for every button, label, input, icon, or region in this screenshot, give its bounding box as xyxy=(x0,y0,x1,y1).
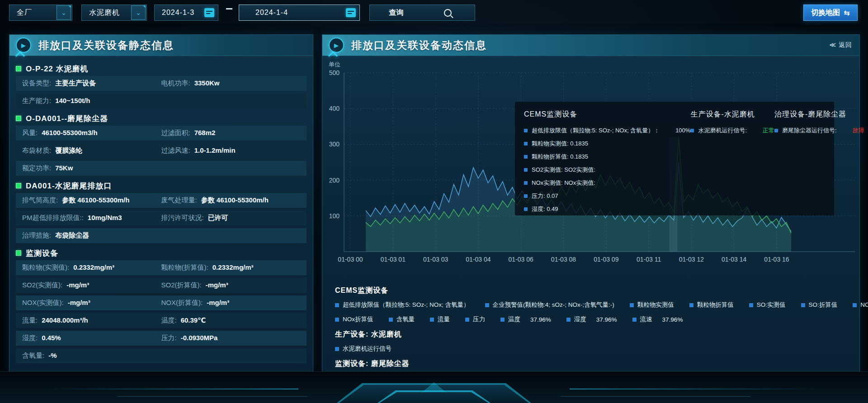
legend-item[interactable]: 流速37.96% xyxy=(632,315,683,323)
legend-item[interactable]: 颗粒物折算值 xyxy=(689,301,734,309)
legend-item-label: NOx折算值 xyxy=(343,315,373,323)
x-axis-tick-label: 01-03 12 xyxy=(679,256,704,263)
info-value: 10mg/Nm3 xyxy=(88,214,122,221)
legend-item-label: NOx实测值 xyxy=(860,301,868,309)
chevron-down-icon[interactable]: ⌄ xyxy=(57,5,71,20)
legend-square-icon xyxy=(774,129,778,132)
calendar-icon[interactable] xyxy=(204,8,214,17)
info-cell: 过滤风速:1.0-1.2m/min xyxy=(161,146,301,155)
tooltip-item: 颗粒物折算值: 0.1835 xyxy=(524,153,690,161)
legend-square-icon xyxy=(485,303,489,307)
tooltip-production-item: 水泥磨机运行信号: 正常 xyxy=(690,127,774,135)
decor-line xyxy=(118,396,307,397)
section-header: 监测设备 xyxy=(16,246,307,260)
plant-select[interactable]: 全厂 ⌄ xyxy=(9,5,72,21)
back-button[interactable]: ≪ 返回 xyxy=(829,41,852,49)
legend-item-value: 37.96% xyxy=(662,316,683,323)
legend-square-icon xyxy=(524,207,528,211)
legend-item[interactable]: 压力 xyxy=(465,315,485,323)
legend-item[interactable]: 超低排放限值（颗拉物:5: SOz-; NOx; 含氧量） xyxy=(335,301,470,309)
info-cell: 颗粒物(实测值):0.2332mg/m³ xyxy=(22,263,161,272)
decor-line xyxy=(561,396,750,397)
tooltip-item: 压力: 0.07 xyxy=(524,192,690,200)
info-value: -0.0930MPa xyxy=(181,334,218,342)
info-value: 1.0-1.2m/min xyxy=(194,146,236,154)
legend-item[interactable]: 温度37.96% xyxy=(500,315,551,323)
legend-item-value: 37.96% xyxy=(596,316,617,323)
date-from-value: 2024-1-3 xyxy=(155,9,194,17)
decor-line xyxy=(570,389,823,389)
date-from-input[interactable]: 2024-1-3 xyxy=(154,5,218,21)
info-row: 风量:46100-55300m3/h过滤面积:768m2 xyxy=(16,126,307,141)
info-label: PM超低排排放限值:: xyxy=(22,214,84,222)
swap-arrows-icon: ⇆ xyxy=(844,9,849,17)
y-axis-tick-label: 100 xyxy=(329,212,340,220)
date-to-input[interactable]: 2024-1-4 xyxy=(239,5,360,21)
tooltip-item-value: 100% xyxy=(675,127,690,134)
info-cell: 生产能力:140~150t/h xyxy=(22,97,161,105)
x-axis-tick-label: 01-03 01 xyxy=(381,256,406,263)
decor-line xyxy=(45,389,298,389)
info-value: 布袋除尘器 xyxy=(55,231,89,240)
info-value: -% xyxy=(48,351,57,359)
legend-item[interactable]: SO:折算值 xyxy=(801,301,838,309)
query-button[interactable]: 查询 xyxy=(369,5,475,21)
plant-select-value: 全厂 xyxy=(9,8,32,18)
signal-item-label: 水泥磨机运行信号 xyxy=(343,345,392,353)
legend-item-label: SO:实测值 xyxy=(757,301,786,309)
info-value: 参数 46100-55300m/h xyxy=(62,196,129,205)
treatment-signal-label: 磨尾除尘器运行信号: xyxy=(782,127,837,135)
info-value: 60.39℃ xyxy=(181,316,206,324)
x-axis-tick-label: 01-03 04 xyxy=(466,256,491,263)
x-axis-tick-label: 01-03 14 xyxy=(722,256,746,263)
section-header-label: DA001-水泥磨尾排放口 xyxy=(26,181,112,191)
info-row: PM超低排排放限值::10mg/Nm3排污许可状况:已许可 xyxy=(16,211,307,225)
info-label: 生产能力: xyxy=(22,97,51,105)
tooltip-item-text: 颗粒物实测值: 0.1835 xyxy=(532,140,588,148)
legend-item[interactable]: 流量 xyxy=(430,315,450,323)
info-label: 颗粒物(折算值): xyxy=(161,263,208,272)
switch-map-label: 切换地图 xyxy=(811,8,840,18)
info-label: 布袋材质: xyxy=(22,146,51,155)
legend-item[interactable]: SO:实测值 xyxy=(749,301,786,309)
info-cell: 治理措施:布袋除尘器 xyxy=(22,231,161,240)
info-value: 0.2332mg/m³ xyxy=(212,263,254,271)
info-value: 覆膜涤纶 xyxy=(55,146,82,155)
legend-item[interactable]: NOx实测值 xyxy=(853,301,868,309)
static-info-list: O-P-22 水泥磨机设备类型:主要生产设备电机功率:3350Kw生产能力:14… xyxy=(9,56,313,363)
legend-item[interactable]: 颗粒物实测值 xyxy=(630,301,674,309)
info-label: 额定功率: xyxy=(22,164,51,173)
info-row: 治理措施:布袋除尘器 xyxy=(16,228,307,243)
info-label: 含氧量: xyxy=(22,351,44,360)
x-axis-tick-label: 01-03 08 xyxy=(551,256,576,263)
tooltip-item-text: 颗粒物折算值: 0.1835 xyxy=(532,153,588,161)
calendar-icon[interactable] xyxy=(346,8,356,17)
legend-item-label: 企业预警值(颗粒物:4; sOz-; NOx-;含氧气量:-) xyxy=(493,301,614,309)
legend-item-value: 37.96% xyxy=(530,316,551,323)
info-cell: 含氧量:-% xyxy=(22,351,161,360)
legend-square-icon xyxy=(853,303,857,307)
chevron-down-icon[interactable]: ⌄ xyxy=(131,5,146,20)
legend-item[interactable]: NOx折算值 xyxy=(335,315,373,323)
section-header: O-DA001--磨尾除尘器 xyxy=(16,111,307,126)
switch-map-button[interactable]: 切换地图 ⇆ xyxy=(803,5,858,21)
legend-item[interactable]: 含氧量 xyxy=(389,315,415,323)
emissions-line-chart[interactable]: 单位10020030040050001-03 0001-03 0101-03 0… xyxy=(322,56,860,372)
x-axis-tick-label: 01-03 11 xyxy=(637,256,661,263)
tooltip-item-text: 压力: 0.07 xyxy=(532,192,558,200)
legend-square-icon xyxy=(524,129,528,132)
tooltip-item: 湿度: 0.49 xyxy=(524,205,690,213)
info-cell: 颗粒物(折算值):0.2332mg/m³ xyxy=(161,263,301,272)
info-value: 768m2 xyxy=(194,129,216,136)
info-label: 颗粒物(实测值): xyxy=(22,263,69,272)
legend-square-icon xyxy=(749,303,753,307)
legend-item[interactable]: 企业预警值(颗粒物:4; sOz-; NOx-;含氧气量:-) xyxy=(485,301,614,309)
tooltip-item-text: SO2实测值: SO2实测值: xyxy=(532,166,595,174)
info-value: 75Kw xyxy=(55,164,73,172)
legend-item-label: 超低排放限值（颗拉物:5: SOz-; NOx; 含氧量） xyxy=(343,301,470,309)
info-label: SO2(实测值): xyxy=(22,281,62,290)
monitor-group-header: 监测设备: 磨尾除尘器 xyxy=(335,359,850,369)
info-cell: NOX(实测值):-mg/m³ xyxy=(22,299,161,307)
device-select[interactable]: 水泥磨机 ⌄ xyxy=(81,5,147,21)
legend-item[interactable]: 湿度37.96% xyxy=(566,315,617,323)
